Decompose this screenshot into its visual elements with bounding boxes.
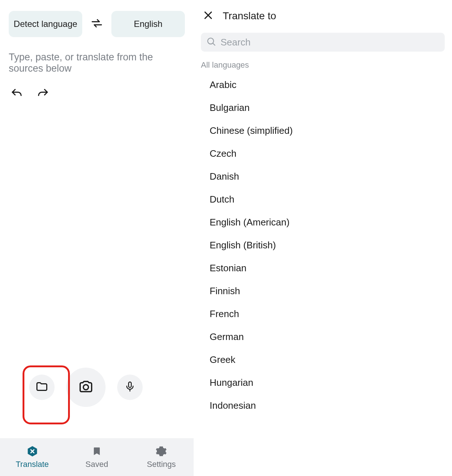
language-option[interactable]: Arabic bbox=[194, 73, 452, 96]
undo-icon bbox=[10, 87, 23, 102]
translate-icon bbox=[26, 445, 39, 457]
nav-saved-label: Saved bbox=[86, 460, 108, 469]
nav-saved[interactable]: Saved bbox=[64, 438, 129, 476]
svg-rect-1 bbox=[128, 382, 131, 388]
search-input[interactable] bbox=[221, 37, 440, 48]
nav-settings-label: Settings bbox=[147, 460, 176, 469]
folder-icon bbox=[35, 380, 48, 395]
source-language-chip[interactable]: Detect language bbox=[9, 11, 82, 37]
language-option[interactable]: Indonesian bbox=[194, 394, 452, 417]
bookmark-icon bbox=[91, 445, 103, 457]
language-selector-row: Detect language English bbox=[0, 0, 194, 37]
panel-header: Translate to bbox=[194, 9, 452, 33]
camera-source-button[interactable] bbox=[66, 368, 106, 407]
camera-icon bbox=[78, 379, 94, 396]
microphone-icon bbox=[124, 381, 135, 393]
language-option[interactable]: Chinese (simplified) bbox=[194, 119, 452, 142]
search-field-wrap[interactable] bbox=[201, 33, 445, 52]
search-icon bbox=[206, 36, 216, 48]
svg-point-0 bbox=[83, 385, 88, 390]
swap-languages-button[interactable] bbox=[88, 15, 106, 33]
language-option[interactable]: Bulgarian bbox=[194, 96, 452, 119]
gear-icon bbox=[155, 445, 167, 457]
undo-redo-row bbox=[0, 74, 194, 102]
panel-title: Translate to bbox=[223, 10, 276, 22]
nav-translate-label: Translate bbox=[16, 460, 49, 469]
nav-settings[interactable]: Settings bbox=[129, 438, 194, 476]
language-picker-panel: Translate to All languages Arabic Bulgar… bbox=[194, 0, 452, 476]
language-list[interactable]: Arabic Bulgarian Chinese (simplified) Cz… bbox=[194, 73, 452, 476]
language-option[interactable]: Dutch bbox=[194, 188, 452, 211]
language-option[interactable]: Hungarian bbox=[194, 371, 452, 394]
voice-source-button[interactable] bbox=[117, 375, 143, 400]
undo-button[interactable] bbox=[10, 87, 23, 102]
redo-icon bbox=[36, 87, 49, 102]
nav-translate[interactable]: Translate bbox=[0, 438, 64, 476]
bottom-nav: Translate Saved Settings bbox=[0, 438, 194, 476]
language-option[interactable]: Czech bbox=[194, 142, 452, 165]
source-buttons-row bbox=[0, 368, 194, 407]
language-option[interactable]: Danish bbox=[194, 165, 452, 188]
all-languages-label: All languages bbox=[194, 58, 452, 73]
translate-pane: Detect language English Type, paste, or … bbox=[0, 0, 194, 476]
input-placeholder-text[interactable]: Type, paste, or translate from the sourc… bbox=[0, 37, 194, 74]
swap-icon bbox=[91, 17, 103, 31]
language-option[interactable]: German bbox=[194, 325, 452, 348]
redo-button[interactable] bbox=[36, 87, 49, 102]
language-option[interactable]: English (British) bbox=[194, 234, 452, 257]
close-panel-button[interactable] bbox=[201, 9, 215, 23]
files-source-button[interactable] bbox=[29, 375, 55, 400]
language-option[interactable]: English (American) bbox=[194, 211, 452, 234]
language-option[interactable]: Estonian bbox=[194, 257, 452, 280]
language-option[interactable]: French bbox=[194, 303, 452, 325]
language-option[interactable]: Finnish bbox=[194, 280, 452, 303]
language-option[interactable]: Greek bbox=[194, 348, 452, 371]
target-language-chip[interactable]: English bbox=[111, 11, 185, 37]
close-icon bbox=[203, 10, 214, 22]
